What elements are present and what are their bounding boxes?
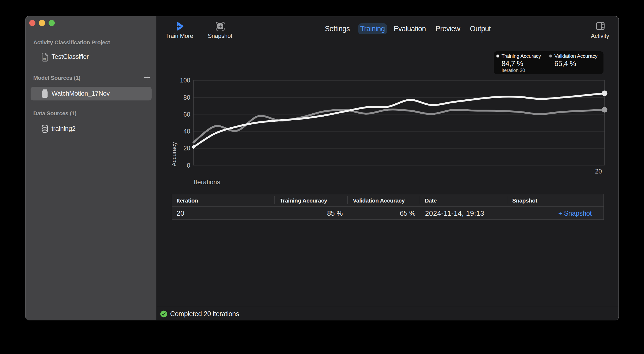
svg-text:Iterations: Iterations <box>194 178 220 186</box>
svg-text:60: 60 <box>183 111 190 118</box>
svg-text:100: 100 <box>180 77 190 84</box>
svg-text:40: 40 <box>183 128 190 135</box>
svg-text:20: 20 <box>183 145 190 152</box>
svg-text:20: 20 <box>595 168 602 175</box>
svg-text:80: 80 <box>183 94 190 101</box>
svg-text:ML: ML <box>43 58 47 61</box>
svg-text:Accuracy: Accuracy <box>171 142 177 166</box>
svg-text:0: 0 <box>187 162 190 169</box>
